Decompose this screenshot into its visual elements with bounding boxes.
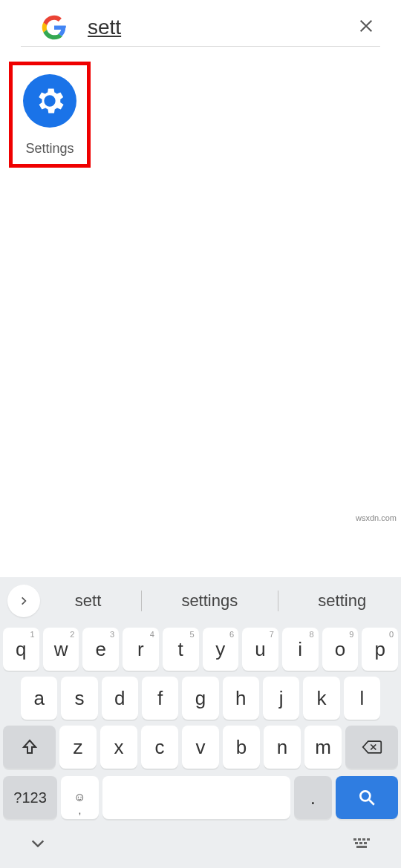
app-result-settings[interactable]: Settings [9,62,91,168]
settings-app-icon [23,74,76,128]
backspace-key[interactable] [345,726,398,769]
svg-point-0 [47,98,53,104]
key-l[interactable]: l [344,677,380,720]
period-key[interactable]: . [294,776,332,819]
key-c[interactable]: c [141,726,178,769]
key-g[interactable]: g [182,677,218,720]
key-r[interactable]: r4 [123,628,159,671]
svg-rect-3 [353,838,356,841]
suggestion-1[interactable]: sett [60,591,116,611]
svg-rect-8 [359,842,362,844]
key-k[interactable]: k [303,677,339,720]
key-f[interactable]: f [142,677,178,720]
svg-rect-4 [358,838,361,841]
key-j[interactable]: j [263,677,299,720]
svg-line-2 [369,800,374,805]
svg-point-1 [360,791,370,800]
emoji-key[interactable]: ☺ , [61,776,99,819]
svg-rect-5 [362,838,365,841]
suggestion-divider [141,591,142,611]
watermark: wsxdn.com [356,513,397,522]
keyboard-switch-icon[interactable] [352,837,371,855]
key-n[interactable]: n [264,726,301,769]
key-h[interactable]: h [223,677,259,720]
key-w[interactable]: w2 [43,628,79,671]
suggestion-2[interactable]: settings [166,591,252,611]
svg-rect-10 [356,846,367,848]
key-m[interactable]: m [304,726,342,769]
google-logo-icon [42,15,67,40]
nav-collapse-icon[interactable] [30,835,46,856]
suggestion-divider [278,591,278,611]
key-u[interactable]: u7 [242,628,278,671]
shift-key[interactable] [3,726,56,769]
svg-rect-6 [367,838,370,841]
key-q[interactable]: q1 [3,628,39,671]
key-t[interactable]: t5 [163,628,199,671]
svg-rect-7 [355,842,358,844]
key-z[interactable]: z [59,726,97,769]
on-screen-keyboard: sett settings setting q1w2e3r4t5y6u7i8o9… [0,577,401,868]
key-a[interactable]: a [21,677,57,720]
key-o[interactable]: o9 [322,628,359,671]
app-result-label: Settings [25,141,74,157]
key-x[interactable]: x [100,726,137,769]
key-b[interactable]: b [223,726,260,769]
key-v[interactable]: v [182,726,219,769]
key-s[interactable]: s [61,677,97,720]
key-y[interactable]: y6 [203,628,239,671]
search-key[interactable] [336,776,398,819]
symbols-key[interactable]: ?123 [3,776,57,819]
svg-rect-9 [364,842,367,844]
search-results: Settings [0,47,401,183]
expand-suggestions-button[interactable] [7,585,40,617]
space-key[interactable] [102,776,290,819]
clear-icon[interactable] [353,16,379,39]
key-p[interactable]: p0 [362,628,398,671]
suggestion-3[interactable]: setting [303,591,381,611]
search-input[interactable] [88,16,353,39]
key-i[interactable]: i8 [282,628,319,671]
key-d[interactable]: d [102,677,138,720]
key-e[interactable]: e3 [82,628,119,671]
